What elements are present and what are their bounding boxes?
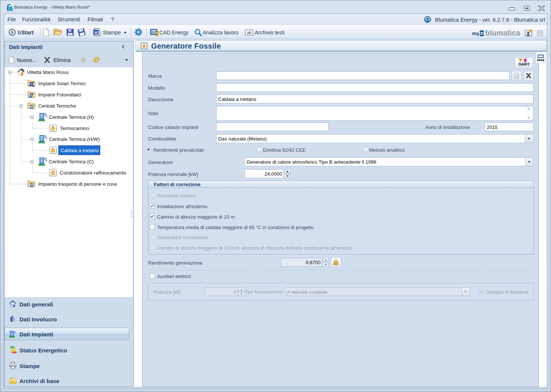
svg-text:W: W	[94, 31, 98, 34]
svg-text:ab: ab	[247, 30, 251, 35]
